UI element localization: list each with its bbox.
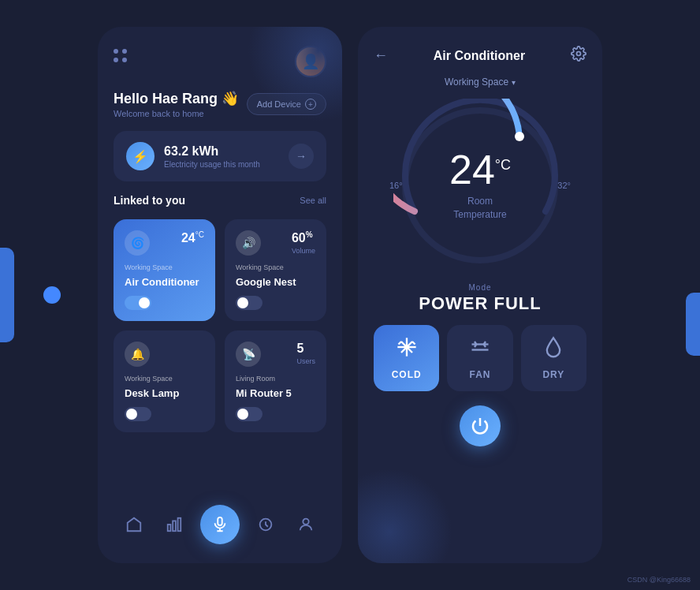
energy-subtitle: Electricity usage this month (164, 160, 260, 169)
nest-name: Google Nest (236, 276, 315, 288)
mode-value: POWER FULL (374, 293, 586, 314)
bg-blob-left (0, 248, 14, 342)
temperature-label: Room Temperature (453, 195, 506, 222)
left-panel: 👤 Hello Hae Rang 👋 Welcome back to home … (98, 27, 342, 563)
lamp-toggle[interactable] (125, 407, 151, 421)
section-header: Linked to you See all (114, 194, 326, 207)
cold-icon (396, 336, 418, 363)
router-value: 5 Users (296, 342, 315, 365)
ac-value: 24°C (181, 230, 204, 245)
svg-rect-3 (218, 517, 222, 525)
lamp-name: Desk Lamp (125, 387, 204, 399)
power-button[interactable] (460, 405, 501, 446)
router-space: Living Room (236, 375, 315, 383)
right-panel: ← Air Conditioner Working Space ▾ (358, 27, 602, 563)
menu-dots-icon[interactable] (114, 49, 132, 62)
temp-range-max: 32° (557, 181, 571, 190)
greeting-subtitle: Welcome back to home (114, 109, 239, 118)
lamp-toggle-thumb (126, 409, 137, 420)
add-device-button[interactable]: Add Device + (247, 93, 326, 115)
right-header: ← Air Conditioner (374, 46, 586, 65)
back-button[interactable]: ← (374, 47, 388, 64)
location-text: Working Space (445, 77, 508, 88)
mode-button-dry[interactable]: DRY (521, 325, 586, 391)
energy-arrow-button[interactable]: → (289, 144, 314, 169)
greeting-name: Hello Hae Rang 👋 (114, 90, 239, 107)
bg-circle-left (43, 286, 61, 304)
nav-mic[interactable] (200, 505, 240, 544)
energy-info: 63.2 kWh Electricity usage this month (164, 144, 260, 169)
energy-card[interactable]: ⚡ 63.2 kWh Electricity usage this month … (114, 131, 326, 181)
svg-point-10 (515, 132, 524, 141)
dry-icon (542, 336, 564, 363)
chevron-down-icon: ▾ (512, 78, 516, 87)
location-row[interactable]: Working Space ▾ (445, 77, 516, 88)
see-all-link[interactable]: See all (300, 196, 326, 205)
temp-range-min: 16° (389, 181, 403, 190)
fan-icon (469, 336, 491, 363)
svg-rect-2 (177, 518, 181, 532)
router-toggle[interactable] (236, 407, 262, 421)
lamp-space: Working Space (125, 375, 204, 383)
plus-circle-icon: + (305, 99, 316, 110)
bg-blob-right (686, 293, 700, 356)
nav-chart[interactable] (160, 510, 188, 539)
greeting: Hello Hae Rang 👋 Welcome back to home (114, 90, 239, 118)
mode-label: Mode (374, 283, 586, 292)
mode-button-cold[interactable]: COLD (374, 325, 439, 391)
svg-point-8 (577, 52, 581, 56)
cold-label: COLD (392, 369, 422, 380)
ac-icon: 🌀 (125, 230, 150, 256)
thermostat-center: 24°C Room Temperature (449, 149, 511, 222)
ac-toggle-thumb (139, 297, 150, 308)
nest-icon: 🔊 (236, 230, 261, 256)
devices-grid: 🌀 24°C Working Space Air Conditioner 🔊 6… (114, 219, 326, 432)
router-toggle-thumb (237, 409, 248, 420)
settings-icon[interactable] (571, 46, 586, 65)
device-card-ac[interactable]: 🌀 24°C Working Space Air Conditioner (114, 219, 215, 321)
nav-user[interactable] (292, 510, 320, 539)
router-icon: 📡 (236, 342, 261, 367)
device-card-nest-header: 🔊 60% Volume (236, 230, 315, 256)
lightning-icon: ⚡ (126, 142, 155, 170)
device-card-nest[interactable]: 🔊 60% Volume Working Space Google Nest (225, 219, 326, 321)
fan-label: FAN (469, 369, 490, 380)
panel-header: 👤 (114, 46, 326, 77)
dry-label: DRY (542, 369, 564, 380)
mode-button-fan[interactable]: FAN (447, 325, 512, 391)
svg-rect-0 (168, 525, 171, 531)
svg-point-7 (303, 519, 309, 525)
nest-toggle-thumb (237, 297, 248, 308)
nav-plug[interactable] (251, 510, 280, 539)
ac-toggle[interactable] (125, 296, 151, 310)
router-name: Mi Router 5 (236, 387, 315, 399)
nest-toggle[interactable] (236, 296, 262, 310)
device-card-router[interactable]: 📡 5 Users Living Room Mi Router 5 (225, 330, 326, 432)
device-card-lamp-header: 🔔 (125, 342, 204, 367)
nest-space: Working Space (236, 263, 315, 271)
mode-section: Mode POWER FULL (374, 283, 586, 314)
ac-name: Air Conditioner (125, 276, 204, 288)
temperature-value: 24°C (449, 149, 511, 190)
device-card-lamp[interactable]: 🔔 Working Space Desk Lamp (114, 330, 215, 432)
nest-value: 60% Volume (292, 230, 315, 255)
right-title: Air Conditioner (434, 49, 525, 63)
ac-space: Working Space (125, 263, 204, 271)
nav-home[interactable] (120, 510, 148, 539)
avatar[interactable]: 👤 (295, 46, 326, 77)
lamp-icon: 🔔 (125, 342, 150, 367)
energy-value: 63.2 kWh (164, 144, 260, 159)
device-card-router-header: 📡 5 Users (236, 342, 315, 367)
mode-buttons: COLD FAN (374, 325, 586, 391)
energy-left: ⚡ 63.2 kWh Electricity usage this month (126, 142, 260, 170)
device-card-ac-header: 🌀 24°C (125, 230, 204, 256)
greeting-row: Hello Hae Rang 👋 Welcome back to home Ad… (114, 90, 326, 118)
linked-section-title: Linked to you (114, 194, 185, 207)
watermark: CSDN @King66688 (627, 576, 691, 584)
thermostat[interactable]: 24°C Room Temperature 16° 32° (393, 99, 567, 272)
svg-rect-1 (173, 521, 176, 531)
bottom-nav (114, 499, 326, 544)
app-container: 👤 Hello Hae Rang 👋 Welcome back to home … (98, 27, 602, 563)
add-device-label: Add Device (257, 99, 301, 109)
